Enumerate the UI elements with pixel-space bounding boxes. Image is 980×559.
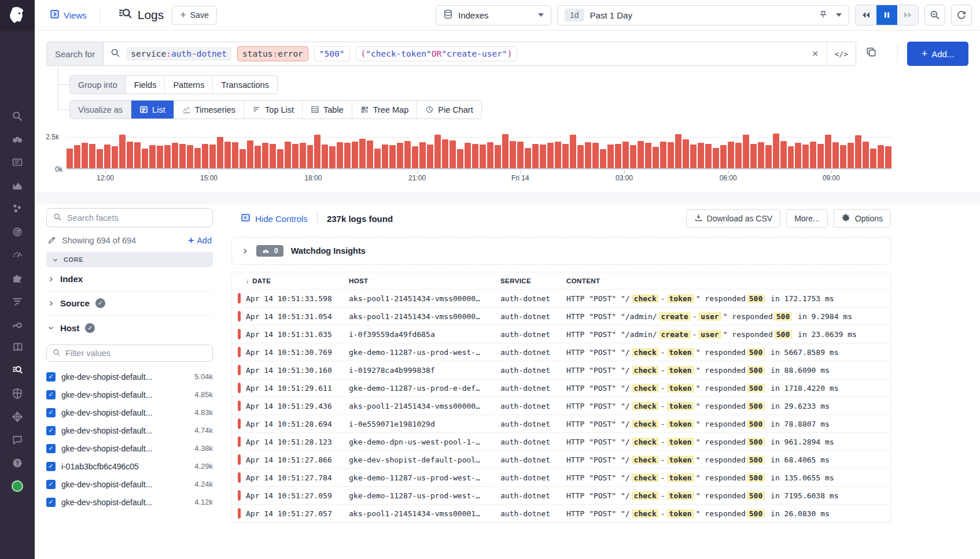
histogram-bar[interactable] bbox=[240, 149, 246, 168]
histogram-bar[interactable] bbox=[67, 149, 73, 168]
histogram-bar[interactable] bbox=[202, 144, 208, 168]
add-widget-button[interactable]: + Add... bbox=[907, 42, 968, 66]
gauge-icon[interactable] bbox=[11, 249, 24, 261]
histogram-bar[interactable] bbox=[314, 135, 320, 168]
zoom-out-button[interactable] bbox=[924, 5, 945, 25]
host-filter-input[interactable] bbox=[65, 349, 207, 358]
histogram-bar[interactable] bbox=[104, 145, 110, 168]
histogram-bar[interactable] bbox=[450, 140, 456, 168]
histogram-bar[interactable] bbox=[855, 135, 861, 168]
histogram-bar[interactable] bbox=[465, 143, 471, 168]
histogram-bar[interactable] bbox=[592, 143, 599, 168]
histogram-bar[interactable] bbox=[713, 148, 719, 168]
log-table-row[interactable]: Apr 14 10:51:27.059 gke-demo-11287-us-pr… bbox=[232, 487, 890, 505]
histogram-bar[interactable] bbox=[555, 142, 561, 168]
histogram-bar[interactable] bbox=[404, 141, 411, 168]
histogram-bar[interactable] bbox=[127, 142, 133, 168]
histogram-bar[interactable] bbox=[517, 142, 524, 168]
histogram-bar[interactable] bbox=[502, 134, 509, 168]
histogram-bar[interactable] bbox=[277, 149, 283, 168]
histogram-bar[interactable] bbox=[645, 143, 651, 168]
facet-index[interactable]: Index bbox=[46, 267, 213, 291]
clear-query-icon[interactable]: × bbox=[804, 47, 826, 60]
histogram-bar[interactable] bbox=[802, 145, 809, 168]
histogram-bar[interactable] bbox=[397, 143, 403, 168]
log-table-row[interactable]: Apr 14 10:51:28.123 gke-demo-dpn-us-west… bbox=[232, 433, 890, 451]
visualize-timeseries-tab[interactable]: Timeseries bbox=[174, 101, 244, 119]
host-facet-value[interactable]: ✓ gke-dev-shopist-default... 4.38k bbox=[46, 439, 213, 457]
histogram-bar[interactable] bbox=[675, 134, 681, 168]
watchdog-icon[interactable] bbox=[11, 133, 24, 146]
histogram-bar[interactable] bbox=[427, 145, 433, 168]
visualize-tree-map-tab[interactable]: Tree Map bbox=[352, 101, 418, 119]
histogram-bar[interactable] bbox=[457, 149, 463, 168]
metrics-icon[interactable] bbox=[11, 179, 24, 192]
histogram-bar[interactable] bbox=[547, 143, 554, 168]
histogram-bar[interactable] bbox=[352, 142, 358, 168]
histogram-bar[interactable] bbox=[743, 135, 749, 168]
user-avatar[interactable] bbox=[11, 480, 24, 493]
code-view-icon[interactable]: </> bbox=[827, 42, 856, 65]
log-table-row[interactable]: Apr 14 10:51:30.769 gke-demo-11287-us-pr… bbox=[232, 343, 890, 361]
checkbox-checked[interactable]: ✓ bbox=[46, 498, 56, 507]
histogram-bar[interactable] bbox=[472, 144, 478, 168]
histogram-bar[interactable] bbox=[412, 146, 418, 168]
histogram-bar[interactable] bbox=[187, 145, 193, 168]
checkbox-checked[interactable]: ✓ bbox=[46, 426, 56, 435]
histogram-bar[interactable] bbox=[292, 144, 299, 168]
views-button[interactable]: Views bbox=[43, 9, 94, 21]
pause-button[interactable] bbox=[876, 5, 897, 25]
visualize-top-list-tab[interactable]: Top List bbox=[244, 101, 303, 119]
histogram-bar[interactable] bbox=[382, 145, 388, 168]
checkbox-checked[interactable]: ✓ bbox=[46, 462, 56, 471]
histogram-bar[interactable] bbox=[728, 142, 734, 168]
histogram-bar[interactable] bbox=[134, 142, 141, 168]
group-into-transactions[interactable]: Transactions bbox=[213, 76, 277, 94]
histogram-bar[interactable] bbox=[600, 149, 606, 168]
histogram-bar[interactable] bbox=[660, 142, 666, 168]
host-facet-value[interactable]: ✓ gke-dev-shopist-default... 4.12k bbox=[46, 493, 213, 511]
host-facet-value[interactable]: ✓ gke-dev-shopist-default... 4.74k bbox=[46, 421, 213, 439]
histogram-bar[interactable] bbox=[668, 142, 674, 168]
log-table-row[interactable]: Apr 14 10:51:33.598 aks-pool1-21451434-v… bbox=[232, 290, 890, 308]
query-token[interactable]: "500" bbox=[314, 46, 350, 61]
histogram-bar[interactable] bbox=[495, 145, 501, 168]
histogram-bar[interactable] bbox=[337, 142, 343, 168]
histogram-bar[interactable] bbox=[885, 146, 891, 168]
histogram-bar[interactable] bbox=[307, 145, 314, 168]
histogram-bar[interactable] bbox=[247, 140, 253, 168]
histogram-bar[interactable] bbox=[698, 143, 704, 168]
histogram-bar[interactable] bbox=[705, 144, 712, 168]
histogram-bar[interactable] bbox=[607, 145, 614, 168]
log-table-row[interactable]: Apr 14 10:51:29.436 aks-pool1-21451434-v… bbox=[232, 397, 890, 415]
histogram-bar[interactable] bbox=[285, 142, 291, 168]
histogram-bar[interactable] bbox=[795, 143, 801, 168]
log-table-row[interactable]: Apr 14 10:51:27.057 aks-pool1-21451434-v… bbox=[232, 505, 890, 523]
histogram-bar[interactable] bbox=[870, 149, 876, 168]
rewind-button[interactable] bbox=[856, 5, 876, 25]
histogram-bar[interactable] bbox=[817, 144, 824, 168]
host-filter[interactable] bbox=[46, 345, 213, 362]
security-icon[interactable] bbox=[11, 387, 24, 400]
options-button[interactable]: Options bbox=[834, 209, 891, 228]
histogram-bar[interactable] bbox=[157, 146, 163, 168]
chevron-right-icon[interactable] bbox=[241, 247, 249, 255]
histogram-bar[interactable] bbox=[74, 145, 80, 168]
histogram-bar[interactable] bbox=[209, 145, 216, 168]
query-token[interactable]: ("check-token" OR "create-user") bbox=[356, 46, 518, 61]
histogram-bar[interactable] bbox=[255, 146, 261, 168]
watchdog-insights-panel[interactable]: 0 Watchdog Insights bbox=[231, 237, 891, 265]
histogram-bar[interactable] bbox=[172, 143, 178, 168]
pencil-icon[interactable] bbox=[47, 235, 57, 246]
histogram-bar[interactable] bbox=[585, 142, 591, 168]
histogram-bar[interactable] bbox=[577, 145, 584, 168]
column-header-service[interactable]: SERVICE bbox=[500, 277, 566, 284]
histogram-bar[interactable] bbox=[832, 142, 839, 168]
query-token[interactable]: service:auth-dotnet bbox=[126, 47, 231, 61]
histogram-bar[interactable] bbox=[367, 140, 373, 168]
histogram-bar[interactable] bbox=[217, 137, 223, 168]
facet-search-input[interactable] bbox=[67, 213, 206, 223]
histogram-bar[interactable] bbox=[142, 149, 148, 168]
copy-icon[interactable] bbox=[865, 46, 877, 60]
host-facet-value[interactable]: ✓ gke-dev-shopist-default... 4.85k bbox=[46, 386, 213, 403]
